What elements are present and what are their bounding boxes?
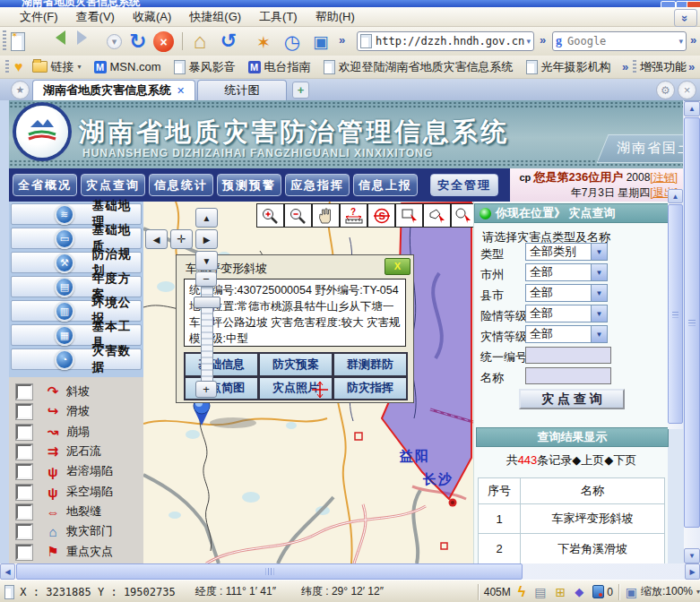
new-window-icon[interactable]: ⊞ — [556, 586, 566, 598]
refresh-button[interactable]: ↻ — [126, 30, 150, 53]
select-arrow-icon[interactable]: ▼ — [591, 244, 607, 260]
table-row[interactable]: 1 车家坪变形斜坡 — [479, 504, 665, 534]
popup-group-monitor-button[interactable]: 群测群防 — [333, 353, 407, 376]
nav-security[interactable]: 安全管理 — [430, 174, 498, 196]
row-name[interactable]: 车家坪变形斜坡 — [521, 504, 665, 534]
city-select[interactable]: 全部▼ — [525, 263, 608, 281]
select-arrow-icon[interactable]: ▼ — [591, 326, 607, 342]
select-circle-tool[interactable] — [451, 203, 473, 228]
menu-groups[interactable]: 快捷组(G) — [180, 7, 250, 27]
resize-icon[interactable]: ▣ — [626, 586, 637, 598]
search-box[interactable]: g ▾ — [552, 31, 687, 51]
tab-close-icon[interactable]: ✕ — [177, 85, 185, 97]
history-dropdown-button[interactable]: ▾ — [107, 34, 122, 49]
pan-up-button[interactable]: ▲ — [195, 208, 218, 228]
scroll-up-button[interactable]: ▲ — [684, 101, 700, 116]
layer-checkbox[interactable] — [16, 425, 32, 440]
unified-id-input[interactable] — [525, 347, 611, 364]
pan-left-button[interactable]: ◀ — [145, 229, 168, 249]
menu-favorites[interactable]: 收藏(A) — [124, 7, 180, 27]
clear-selection-tool[interactable]: S — [367, 203, 395, 228]
split-window-button[interactable]: ▣ — [310, 30, 332, 52]
pan-tool[interactable] — [312, 203, 340, 228]
links-folder[interactable]: 链接 ▾ — [29, 58, 85, 76]
extensions-overflow-icon[interactable]: » — [688, 61, 695, 73]
bookmark-msn[interactable]: MMSN.com — [91, 59, 165, 74]
address-bar[interactable]: ▾ — [357, 31, 534, 51]
popup-prevention-plan-button[interactable]: 防灾预案 — [259, 353, 333, 376]
nav-overview[interactable]: 全省概况 — [13, 174, 77, 196]
favorites-heart-icon[interactable]: ♥ — [14, 60, 23, 74]
tab-hunan-gis[interactable]: 湖南省地质灾害信息系统 ✕ — [32, 80, 195, 100]
search-overflow-icon[interactable]: » — [690, 34, 696, 46]
table-row[interactable]: 2 下岩角溪滑坡 — [479, 534, 665, 564]
new-page-button[interactable]: ✶ — [11, 31, 32, 51]
layer-checkbox[interactable] — [16, 444, 32, 460]
measure-tool[interactable]: ? — [340, 203, 367, 228]
bookmark-baofeng[interactable]: 暴风影音 — [170, 58, 239, 76]
close-tab-button[interactable]: × — [678, 81, 696, 99]
stop-button[interactable]: × — [153, 31, 174, 52]
toolbar-overflow-icon[interactable]: » — [339, 34, 345, 46]
history-button[interactable]: ◷ — [281, 30, 303, 52]
back-button[interactable] — [48, 30, 65, 45]
pan-down-button[interactable]: ▼ — [195, 251, 218, 271]
bookmark-radio[interactable]: M电台指南 — [245, 58, 315, 76]
disaster-level-select[interactable]: 全部▼ — [525, 325, 608, 343]
select-rectangle-tool[interactable] — [395, 203, 423, 228]
scroll-left-button[interactable]: ◀ — [0, 563, 15, 580]
lightning-icon[interactable]: ϟ — [518, 585, 525, 599]
address-overflow-icon[interactable]: » — [540, 34, 546, 46]
bookmarks-overflow-icon[interactable]: » — [622, 61, 628, 73]
select-arrow-icon[interactable]: ▼ — [591, 305, 607, 322]
home-button[interactable]: ⌂ — [188, 30, 212, 53]
favorites-star-button[interactable]: ★ — [11, 81, 30, 99]
zoom-slider-plus-button[interactable]: + — [195, 381, 217, 398]
scroll-down-button[interactable]: ▼ — [684, 548, 700, 563]
zoom-dropdown-icon[interactable]: ▾ — [696, 588, 700, 596]
pan-right-button[interactable]: ▶ — [195, 229, 218, 249]
next-page-link[interactable]: ◆下页 — [604, 453, 636, 467]
prev-page-link[interactable]: ◆上页 — [572, 453, 604, 467]
download-counter-icon[interactable] — [592, 585, 604, 598]
magic-wand-button[interactable]: ✶ — [253, 31, 274, 53]
row-name[interactable]: 下岩角溪滑坡 — [521, 534, 665, 564]
query-button[interactable]: 灾 点 查 询 — [519, 389, 625, 409]
search-dropdown-icon[interactable]: ▾ — [678, 37, 683, 46]
select-arrow-icon[interactable]: ▼ — [591, 285, 607, 301]
address-dropdown-icon[interactable]: ▾ — [526, 37, 531, 46]
bookmarks-grip[interactable] — [5, 60, 9, 74]
bookmark-guangnian[interactable]: 光年摄影机构 — [523, 58, 615, 76]
forward-button[interactable] — [77, 30, 94, 45]
scroll-thumb[interactable] — [684, 117, 700, 528]
extensions-label[interactable]: 增强功能 — [640, 59, 687, 75]
popup-command-button[interactable]: 防灾指挥 — [333, 377, 407, 400]
tab-statistics[interactable]: 统计图 — [197, 80, 287, 100]
layer-checkbox[interactable] — [16, 524, 32, 539]
address-input[interactable] — [372, 34, 526, 48]
logout-link[interactable]: [注销] — [650, 171, 678, 184]
zoom-out-tool[interactable] — [284, 203, 312, 228]
layer-checkbox[interactable] — [16, 545, 32, 560]
inner-scrollbar[interactable]: ▲ — [668, 189, 683, 429]
popup-basic-info-button[interactable]: 基础信息 — [185, 353, 258, 376]
inner-scroll-thumb[interactable] — [668, 204, 683, 424]
vertical-scrollbar[interactable]: ▲ ▼ — [684, 101, 700, 563]
scroll-right-button[interactable]: ▶ — [685, 563, 700, 580]
select-arrow-icon[interactable]: ▼ — [591, 264, 607, 280]
bookmark-hunan-gis[interactable]: 欢迎登陆湖南省地质灾害信息系统 — [320, 58, 517, 76]
sidebar-item-disaster-data[interactable]: ◔灾害数据 — [11, 348, 142, 370]
name-input[interactable] — [525, 367, 611, 384]
select-polygon-tool[interactable] — [423, 203, 451, 228]
risk-level-select[interactable]: 全部▼ — [525, 305, 608, 322]
zoom-in-tool[interactable] — [256, 203, 284, 228]
zoom-level[interactable]: 缩放:100% — [641, 584, 693, 599]
menu-file[interactable]: 文件(F) — [11, 7, 67, 27]
layer-checkbox[interactable] — [16, 504, 32, 520]
settings-button[interactable]: ⚙ — [656, 81, 675, 99]
printer-icon[interactable]: ▤ — [534, 586, 546, 598]
search-input[interactable] — [562, 34, 678, 48]
layer-checkbox[interactable] — [16, 404, 32, 419]
layer-checkbox[interactable] — [16, 485, 32, 500]
toolbar-grip[interactable] — [3, 30, 6, 52]
